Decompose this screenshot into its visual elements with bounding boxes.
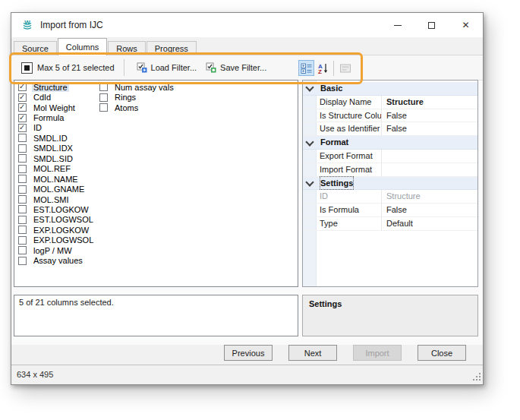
unchecked-checkbox-icon[interactable] bbox=[18, 165, 27, 173]
checked-checkbox-icon[interactable] bbox=[18, 93, 27, 102]
column-checkbox-item[interactable]: Atoms bbox=[99, 103, 175, 112]
property-value[interactable]: Default bbox=[382, 217, 477, 230]
tab-progress[interactable]: Progress bbox=[147, 41, 197, 55]
property-row: Use as IdentifierFalse bbox=[303, 122, 477, 136]
unchecked-checkbox-icon[interactable] bbox=[99, 93, 108, 102]
unchecked-checkbox-icon[interactable] bbox=[18, 144, 27, 153]
close-button[interactable]: Close bbox=[418, 345, 466, 361]
property-value[interactable]: False bbox=[382, 109, 477, 122]
property-value[interactable] bbox=[382, 163, 477, 176]
column-checkbox-item[interactable]: SMDL.ID bbox=[18, 133, 95, 143]
tab-source[interactable]: Source bbox=[14, 41, 57, 55]
close-button[interactable]: ✕ bbox=[449, 13, 483, 37]
tab-columns[interactable]: Columns bbox=[58, 38, 107, 55]
section-label: Basic bbox=[320, 82, 342, 95]
selection-summary-text: 5 of 21 columns selected. bbox=[19, 298, 114, 307]
maximize-button[interactable] bbox=[414, 13, 449, 37]
row-gutter bbox=[303, 122, 316, 135]
property-grid: BasicDisplay NameStructureIs Structure C… bbox=[303, 82, 477, 231]
property-section-basic[interactable]: Basic bbox=[303, 82, 477, 96]
column-checkbox-item[interactable]: EXP.LOGWSOL bbox=[18, 235, 95, 245]
column-checkbox-item[interactable]: CdId bbox=[18, 92, 95, 102]
max-selected-checkbox[interactable] bbox=[21, 62, 33, 74]
column-checkbox-item[interactable]: Num assay vals bbox=[99, 82, 175, 92]
column-label: Atoms bbox=[113, 103, 140, 112]
next-button[interactable]: Next bbox=[288, 345, 337, 361]
column-checkbox-item[interactable]: MOL.SMI bbox=[18, 194, 95, 204]
minimize-button[interactable] bbox=[380, 13, 414, 37]
checked-checkbox-icon[interactable] bbox=[18, 83, 27, 91]
column-label: MOL.REF bbox=[32, 164, 72, 173]
unchecked-checkbox-icon[interactable] bbox=[18, 154, 27, 163]
row-gutter bbox=[303, 217, 316, 230]
unchecked-checkbox-icon[interactable] bbox=[18, 185, 27, 194]
title-bar[interactable]: W Import from IJC ✕ bbox=[11, 13, 483, 37]
property-section-format[interactable]: Format bbox=[303, 136, 477, 150]
column-checkbox-item[interactable]: EST.LOGKOW bbox=[18, 204, 95, 214]
column-checkbox-item[interactable]: SMDL.IDX bbox=[18, 144, 95, 153]
column-checkbox-item[interactable]: Formula bbox=[18, 112, 95, 122]
column-checkbox-item[interactable]: Rings bbox=[99, 92, 175, 102]
save-filter-button[interactable]: Save Filter... bbox=[201, 60, 271, 75]
unchecked-checkbox-icon[interactable] bbox=[18, 134, 27, 142]
property-sheet-panel: BasicDisplay NameStructureIs Structure C… bbox=[302, 80, 478, 287]
column-checkbox-item[interactable]: EXP.LOGKOW bbox=[18, 225, 95, 235]
column-checkbox-item[interactable]: EST.LOGWSOL bbox=[18, 215, 95, 225]
column-label: EXP.LOGKOW bbox=[32, 226, 90, 235]
close-icon: ✕ bbox=[462, 21, 469, 30]
column-checkbox-item[interactable]: Structure bbox=[18, 82, 95, 92]
unchecked-checkbox-icon[interactable] bbox=[18, 195, 27, 204]
unchecked-checkbox-icon[interactable] bbox=[99, 103, 108, 112]
toolbar-separator bbox=[124, 59, 124, 76]
previous-button[interactable]: Previous bbox=[224, 345, 273, 361]
wizard-buttons: PreviousNextImportClose bbox=[224, 345, 466, 361]
unchecked-checkbox-icon[interactable] bbox=[18, 175, 27, 183]
unchecked-checkbox-icon[interactable] bbox=[18, 226, 27, 234]
property-value[interactable] bbox=[382, 150, 477, 163]
column-checkbox-item[interactable]: Mol Weight bbox=[18, 103, 95, 112]
unchecked-checkbox-icon[interactable] bbox=[18, 236, 27, 245]
unchecked-checkbox-icon[interactable] bbox=[99, 83, 108, 91]
load-filter-button[interactable]: Load Filter... bbox=[132, 60, 202, 75]
load-filter-label: Load Filter... bbox=[151, 63, 197, 72]
minimize-icon bbox=[394, 25, 402, 26]
checked-checkbox-icon[interactable] bbox=[18, 124, 27, 132]
column-label: ID bbox=[32, 123, 43, 132]
property-row: IDStructure bbox=[303, 190, 477, 204]
columns-list-2: Num assay valsRingsAtoms bbox=[99, 82, 175, 112]
column-checkbox-item[interactable]: MOL.REF bbox=[18, 164, 95, 174]
column-checkbox-item[interactable]: logP / MW bbox=[18, 245, 95, 255]
property-name: Use as Identifier bbox=[316, 122, 382, 135]
property-section-settings[interactable]: Settings bbox=[303, 177, 477, 191]
column-checkbox-item[interactable]: ID bbox=[18, 123, 95, 133]
resize-grip-icon[interactable] bbox=[473, 373, 481, 381]
column-label: EXP.LOGWSOL bbox=[32, 235, 95, 245]
column-checkbox-item[interactable]: MOL.GNAME bbox=[18, 184, 95, 194]
column-checkbox-item[interactable]: Assay values bbox=[18, 255, 95, 265]
sort-alphabetically-button[interactable]: A Z bbox=[314, 60, 330, 76]
column-checkbox-item[interactable]: MOL.NAME bbox=[18, 174, 95, 184]
chevron-down-icon[interactable] bbox=[305, 178, 314, 186]
property-name: Display Name bbox=[316, 96, 382, 109]
unchecked-checkbox-icon[interactable] bbox=[18, 257, 27, 265]
import-button: Import bbox=[353, 345, 402, 361]
column-label: Formula bbox=[32, 113, 65, 122]
column-label: SMDL.SID bbox=[32, 154, 74, 163]
chevron-down-icon[interactable] bbox=[305, 137, 314, 146]
column-label: logP / MW bbox=[32, 246, 74, 255]
checked-checkbox-icon[interactable] bbox=[18, 114, 27, 122]
unchecked-checkbox-icon[interactable] bbox=[18, 216, 27, 224]
unchecked-checkbox-icon[interactable] bbox=[18, 205, 27, 213]
chevron-down-icon[interactable] bbox=[305, 84, 314, 92]
property-value[interactable]: False bbox=[382, 204, 477, 216]
checked-checkbox-icon[interactable] bbox=[18, 103, 27, 112]
property-value[interactable]: False bbox=[382, 122, 477, 135]
property-value[interactable]: Structure bbox=[382, 96, 477, 109]
tab-rows[interactable]: Rows bbox=[108, 41, 146, 55]
row-gutter bbox=[303, 109, 316, 122]
categorized-view-button[interactable] bbox=[298, 60, 314, 76]
column-checkbox-item[interactable]: SMDL.SID bbox=[18, 153, 95, 163]
column-label: MOL.SMI bbox=[32, 195, 70, 204]
toolbar: Max 5 of 21 selected Load Filter... Save… bbox=[11, 55, 483, 81]
unchecked-checkbox-icon[interactable] bbox=[18, 246, 27, 254]
